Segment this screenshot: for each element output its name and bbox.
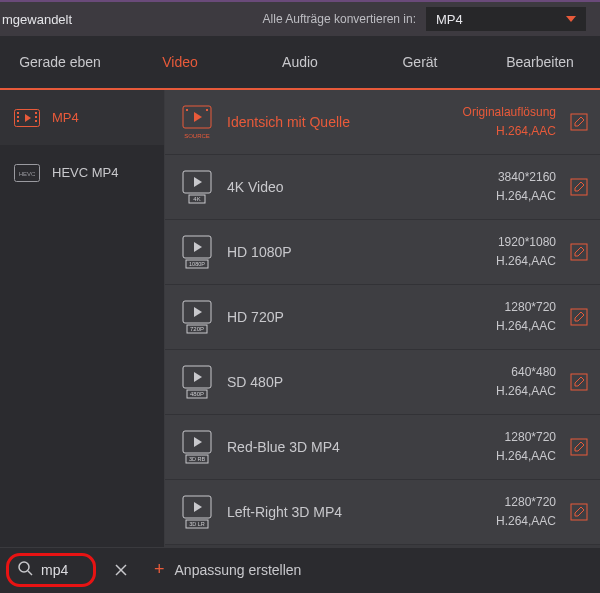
edit-icon[interactable] [570, 308, 588, 326]
preset-meta: 1920*1080H.264,AAC [496, 233, 556, 271]
svg-text:3D LR: 3D LR [189, 521, 205, 527]
svg-rect-25 [571, 244, 587, 260]
preset-meta: Originalauflösung H.264,AAC [463, 103, 556, 141]
preset-row[interactable]: 480P SD 480P 640*480H.264,AAC [165, 350, 600, 415]
svg-text:HEVC: HEVC [19, 171, 36, 177]
svg-rect-3 [17, 120, 19, 122]
sidebar-item-label: HEVC MP4 [52, 165, 118, 180]
preset-title: Red-Blue 3D MP4 [227, 439, 482, 455]
hevc-icon: HEVC [14, 163, 40, 183]
preset-meta: 640*480H.264,AAC [496, 363, 556, 401]
preset-row[interactable]: 3D LR Left-Right 3D MP4 1280*720H.264,AA… [165, 480, 600, 545]
svg-rect-20 [571, 179, 587, 195]
svg-text:720P: 720P [190, 326, 204, 332]
tab-device[interactable]: Gerät [360, 36, 480, 88]
output-format-value: MP4 [436, 12, 463, 27]
preset-row[interactable]: 1080P HD 1080P 1920*1080H.264,AAC [165, 220, 600, 285]
search-icon [17, 560, 33, 579]
create-custom-label: Anpassung erstellen [175, 562, 302, 578]
preset-row[interactable]: 720P HD 720P 1280*720H.264,AAC [165, 285, 600, 350]
preset-meta: 1280*720H.264,AAC [496, 428, 556, 466]
svg-rect-4 [35, 112, 37, 114]
category-tabs: Gerade eben Video Audio Gerät Bearbeiten [0, 36, 600, 90]
preset-title: Left-Right 3D MP4 [227, 504, 482, 520]
preset-title: HD 720P [227, 309, 482, 325]
create-custom-button[interactable]: + Anpassung erstellen [154, 559, 301, 580]
edit-icon[interactable] [570, 373, 588, 391]
sidebar-item-mp4[interactable]: MP4 [0, 90, 164, 145]
tab-recent[interactable]: Gerade eben [0, 36, 120, 88]
svg-marker-37 [194, 437, 202, 447]
format-sidebar: MP4 HEVC HEVC MP4 [0, 90, 165, 547]
svg-rect-15 [571, 114, 587, 130]
preset-row[interactable]: 3D RB Red-Blue 3D MP4 1280*720H.264,AAC [165, 415, 600, 480]
preset-title: Identsich mit Quelle [227, 114, 449, 130]
edit-icon[interactable] [570, 178, 588, 196]
clear-search-icon[interactable] [114, 563, 128, 577]
preset-4k-icon: 4K [181, 169, 213, 205]
output-format-select[interactable]: MP4 [426, 7, 586, 31]
svg-rect-35 [571, 374, 587, 390]
preset-list: SOURCE Identsich mit Quelle Originalaufl… [165, 90, 600, 547]
preset-720p-icon: 720P [181, 299, 213, 335]
svg-rect-30 [571, 309, 587, 325]
edit-icon[interactable] [570, 503, 588, 521]
tab-video[interactable]: Video [120, 36, 240, 88]
svg-text:1080P: 1080P [189, 261, 205, 267]
convert-all-label: Alle Aufträge konvertieren in: [263, 12, 416, 26]
chevron-down-icon [566, 16, 576, 22]
film-icon [14, 108, 40, 128]
preset-title: HD 1080P [227, 244, 482, 260]
svg-line-47 [28, 571, 32, 575]
svg-rect-11 [186, 109, 188, 111]
svg-point-46 [19, 562, 29, 572]
preset-3d-lr-icon: 3D LR [181, 494, 213, 530]
svg-text:480P: 480P [190, 391, 204, 397]
tab-edit[interactable]: Bearbeiten [480, 36, 600, 88]
sidebar-item-hevc-mp4[interactable]: HEVC HEVC MP4 [0, 145, 164, 200]
svg-text:3D RB: 3D RB [189, 456, 206, 462]
sidebar-item-label: MP4 [52, 110, 79, 125]
svg-marker-17 [194, 177, 202, 187]
svg-rect-1 [17, 112, 19, 114]
preset-1080p-icon: 1080P [181, 234, 213, 270]
preset-meta: 3840*2160H.264,AAC [496, 168, 556, 206]
svg-rect-12 [206, 109, 208, 111]
edit-icon[interactable] [570, 438, 588, 456]
title-fragment: mgewandelt [0, 12, 72, 27]
tab-audio[interactable]: Audio [240, 36, 360, 88]
svg-marker-13 [194, 112, 202, 122]
search-input[interactable] [41, 562, 85, 578]
preset-title: 4K Video [227, 179, 482, 195]
preset-title: SD 480P [227, 374, 482, 390]
svg-rect-5 [35, 116, 37, 118]
svg-marker-22 [194, 242, 202, 252]
svg-text:SOURCE: SOURCE [184, 133, 210, 139]
svg-rect-2 [17, 116, 19, 118]
preset-meta: 1280*720H.264,AAC [496, 298, 556, 336]
edit-icon[interactable] [570, 113, 588, 131]
svg-marker-7 [25, 114, 31, 122]
preset-480p-icon: 480P [181, 364, 213, 400]
preset-row[interactable]: SOURCE Identsich mit Quelle Originalaufl… [165, 90, 600, 155]
preset-source-icon: SOURCE [181, 104, 213, 140]
svg-rect-6 [35, 120, 37, 122]
preset-3d-rb-icon: 3D RB [181, 429, 213, 465]
edit-icon[interactable] [570, 243, 588, 261]
plus-icon: + [154, 559, 165, 580]
search-highlight-ring [6, 553, 96, 587]
svg-marker-27 [194, 307, 202, 317]
svg-marker-32 [194, 372, 202, 382]
preset-row[interactable]: 4K 4K Video 3840*2160H.264,AAC [165, 155, 600, 220]
svg-marker-42 [194, 502, 202, 512]
svg-rect-45 [571, 504, 587, 520]
preset-meta: 1280*720H.264,AAC [496, 493, 556, 531]
svg-rect-40 [571, 439, 587, 455]
svg-text:4K: 4K [193, 196, 200, 202]
